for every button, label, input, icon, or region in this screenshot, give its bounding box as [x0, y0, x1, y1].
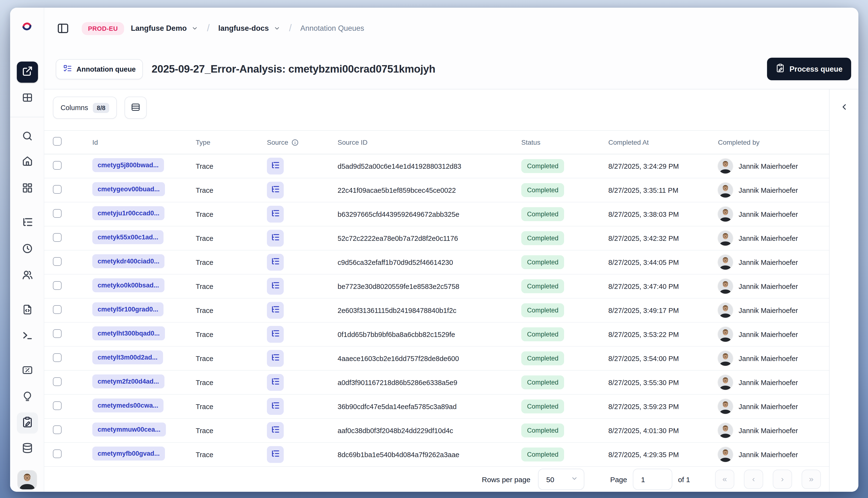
- row-height-button[interactable]: [125, 96, 147, 119]
- row-checkbox[interactable]: [53, 209, 62, 218]
- row-checkbox[interactable]: [53, 353, 62, 362]
- external-link-icon: [22, 65, 33, 79]
- table-row[interactable]: cmetymmuw00cea... Trace aaf0c38db0f3f204…: [44, 419, 829, 443]
- sidebar-item-annotation-queues[interactable]: [16, 412, 38, 434]
- trace-source-button[interactable]: [267, 326, 284, 343]
- row-id-badge[interactable]: cmetyl5r100grad0...: [92, 302, 164, 316]
- row-id-badge[interactable]: cmetymmuw00cea...: [92, 422, 166, 436]
- trace-source-button[interactable]: [267, 206, 284, 223]
- row-id-badge[interactable]: cmetymyfb00gvad...: [92, 447, 165, 460]
- chevron-down-icon[interactable]: [192, 25, 198, 32]
- sidebar-toggle-icon[interactable]: [57, 22, 69, 35]
- column-header-status[interactable]: Status: [521, 139, 608, 146]
- breadcrumb-project[interactable]: langfuse-docs: [218, 24, 269, 33]
- trace-source-button[interactable]: [267, 302, 284, 319]
- list-tree-icon: [271, 449, 280, 460]
- user-avatar[interactable]: [18, 471, 37, 489]
- first-page-button[interactable]: «: [715, 470, 734, 489]
- trace-source-button[interactable]: [267, 278, 284, 295]
- sidebar-item-traces[interactable]: [16, 212, 38, 234]
- chevrons-left-icon: «: [723, 474, 727, 484]
- column-header-id[interactable]: Id: [92, 139, 196, 146]
- page-input[interactable]: [633, 469, 672, 490]
- table-row[interactable]: cmetykdr400ciad0... Trace c9d56ca32efaff…: [44, 250, 829, 274]
- table-row[interactable]: cmetylht300bqad0... Trace 0f1dd65b7bb9bf…: [44, 323, 829, 346]
- table-row[interactable]: cmetyk55x00c1ad... Trace 52c72c2222ea78e…: [44, 226, 829, 250]
- row-id-badge[interactable]: cmetykdr400ciad0...: [92, 254, 165, 268]
- select-all-checkbox[interactable]: [53, 137, 62, 146]
- status-badge: Completed: [521, 376, 564, 389]
- column-header-completed-at[interactable]: Completed At: [608, 139, 718, 146]
- row-type: Trace: [196, 283, 267, 290]
- table-row[interactable]: cmetymyfb00gvad... Trace 8dc69b1ba1e540b…: [44, 443, 829, 467]
- row-checkbox[interactable]: [53, 377, 62, 386]
- next-page-button[interactable]: ›: [773, 470, 792, 489]
- table-row[interactable]: cmetymeds00cwa... Trace 36b90cdfc47e5da1…: [44, 395, 829, 419]
- row-checkbox[interactable]: [53, 329, 62, 338]
- sidebar-item-playground[interactable]: [16, 326, 38, 347]
- row-completed-at: 8/27/2025, 3:54:00 PM: [608, 354, 718, 362]
- process-queue-button[interactable]: Process queue: [767, 58, 851, 80]
- table-row[interactable]: cmetyl5r100grad0... Trace 2e603f31361115…: [44, 299, 829, 323]
- trace-source-button[interactable]: [267, 422, 284, 439]
- row-id-badge[interactable]: cmetyg5j800bwad...: [92, 158, 164, 172]
- sidebar-item-search[interactable]: [16, 127, 38, 147]
- avatar: [718, 423, 733, 438]
- open-in-new-button[interactable]: [16, 62, 38, 83]
- sidebar-item-tables[interactable]: [16, 88, 38, 109]
- row-id-badge[interactable]: cmetylht300bqad0...: [92, 326, 165, 340]
- row-checkbox[interactable]: [53, 161, 62, 169]
- sidebar-item-home[interactable]: [16, 152, 38, 173]
- row-checkbox[interactable]: [53, 449, 62, 458]
- table-row[interactable]: cmetyju1r00ccad0... Trace b63297665cfd44…: [44, 202, 829, 226]
- row-id-badge[interactable]: cmetymeds00cwa...: [92, 398, 164, 412]
- sidebar-item-insights[interactable]: [16, 387, 38, 408]
- row-id-badge[interactable]: cmetylt3m00d2ad...: [92, 351, 163, 364]
- sidebar-item-prompts[interactable]: [16, 300, 38, 321]
- column-header-completed-by[interactable]: Completed by: [718, 139, 829, 146]
- row-id-badge[interactable]: cmetyko0k00bsad...: [92, 278, 164, 292]
- trace-source-button[interactable]: [267, 446, 284, 463]
- row-id-badge[interactable]: cmetym2fz00d4ad...: [92, 375, 164, 389]
- clipboard-pen-icon: [775, 64, 785, 75]
- row-completed-by: Jannik Maierhoefer: [739, 330, 798, 338]
- sidebar-item-users[interactable]: [16, 265, 38, 287]
- trace-source-button[interactable]: [267, 398, 284, 415]
- row-checkbox[interactable]: [53, 185, 62, 194]
- column-header-type[interactable]: Type: [196, 139, 267, 146]
- trace-source-button[interactable]: [267, 158, 284, 174]
- table-row[interactable]: cmetyko0k00bsad... Trace be7723e30d80205…: [44, 274, 829, 299]
- row-id-badge[interactable]: cmetyk55x00c1ad...: [92, 230, 164, 244]
- table-row[interactable]: cmetyg5j800bwad... Trace d5ad9d52a00c6e1…: [44, 154, 829, 178]
- previous-page-button[interactable]: ‹: [744, 470, 763, 489]
- row-checkbox[interactable]: [53, 401, 62, 410]
- sidebar-item-dashboards[interactable]: [16, 178, 38, 199]
- table-row[interactable]: cmetym2fz00d4ad... Trace a0df3f901167218…: [44, 371, 829, 395]
- table-row[interactable]: cmetylt3m00d2ad... Trace 4aaece1603cb2e1…: [44, 346, 829, 371]
- trace-source-button[interactable]: [267, 374, 284, 391]
- trace-source-button[interactable]: [267, 254, 284, 271]
- columns-button[interactable]: Columns 8/8: [53, 96, 117, 119]
- sidebar-item-evaluation[interactable]: [16, 361, 38, 382]
- row-checkbox[interactable]: [53, 305, 62, 314]
- row-checkbox[interactable]: [53, 233, 62, 241]
- last-page-button[interactable]: »: [802, 470, 821, 489]
- sidebar-item-sessions[interactable]: [16, 239, 38, 260]
- row-checkbox[interactable]: [53, 281, 62, 290]
- chevron-down-icon[interactable]: [274, 25, 280, 32]
- row-completed-by: Jannik Maierhoefer: [739, 258, 798, 266]
- row-checkbox[interactable]: [53, 425, 62, 434]
- collapse-panel-button[interactable]: [836, 100, 852, 115]
- row-id-badge[interactable]: cmetyju1r00ccad0...: [92, 206, 165, 220]
- table-row[interactable]: cmetygeov00buad... Trace 22c41f09acae5b1…: [44, 178, 829, 202]
- trace-source-button[interactable]: [267, 230, 284, 247]
- column-header-source-id[interactable]: Source ID: [338, 139, 521, 146]
- rows-per-page-select[interactable]: 50: [538, 469, 584, 490]
- row-checkbox[interactable]: [53, 257, 62, 265]
- trace-source-button[interactable]: [267, 182, 284, 198]
- column-header-source[interactable]: Source: [267, 139, 338, 146]
- trace-source-button[interactable]: [267, 350, 284, 367]
- sidebar-item-datasets[interactable]: [16, 438, 38, 460]
- breadcrumb-org[interactable]: Langfuse Demo: [131, 24, 187, 33]
- row-id-badge[interactable]: cmetygeov00buad...: [92, 182, 165, 196]
